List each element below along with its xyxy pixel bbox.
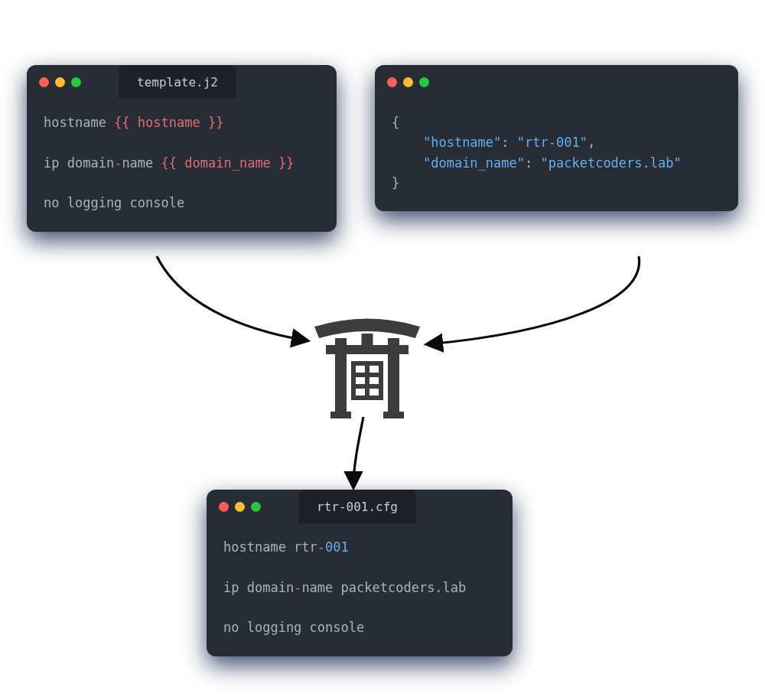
code-text: name packetcoders.lab <box>301 580 466 595</box>
svg-rect-1 <box>362 334 373 347</box>
zoom-icon[interactable] <box>71 77 81 87</box>
titlebar: template.j2 <box>27 65 337 99</box>
minimize-icon[interactable] <box>235 502 245 512</box>
svg-rect-4 <box>330 412 351 418</box>
tab-label: rtr-001.cfg <box>317 500 398 514</box>
code-text: hostname rtr <box>223 539 317 555</box>
json-key: "hostname" <box>423 135 501 150</box>
code-text: no logging console <box>44 195 184 210</box>
window-output: rtr-001.cfg hostname rtr-001 ip domain-n… <box>207 490 513 656</box>
window-template: template.j2 hostname {{ hostname }} ip d… <box>27 65 337 232</box>
code-text: ip domain <box>223 580 294 595</box>
code-number: 001 <box>325 539 349 555</box>
window-data: { "hostname": "rtr-001", "domain_name": … <box>375 65 738 211</box>
code-body-data: { "hostname": "rtr-001", "domain_name": … <box>375 99 738 211</box>
tab-template[interactable]: template.j2 <box>119 65 236 99</box>
code-text: name <box>122 155 161 171</box>
traffic-lights <box>39 77 81 87</box>
json-comma: , <box>588 135 595 150</box>
svg-rect-5 <box>383 412 404 418</box>
minimize-icon[interactable] <box>55 77 65 87</box>
code-text: ip domain <box>44 155 114 171</box>
traffic-lights <box>387 77 429 87</box>
json-brace: } <box>392 175 399 190</box>
code-text: hostname <box>44 115 114 130</box>
code-var: {{ hostname }} <box>114 115 223 130</box>
code-body-template: hostname {{ hostname }} ip domain-name {… <box>27 99 337 232</box>
code-dash: - <box>114 155 122 171</box>
json-colon: : <box>525 155 540 171</box>
close-icon[interactable] <box>219 502 229 512</box>
svg-rect-3 <box>388 338 399 414</box>
minimize-icon[interactable] <box>403 77 413 87</box>
zoom-icon[interactable] <box>251 502 261 512</box>
code-dash: - <box>294 580 301 595</box>
titlebar <box>375 65 738 99</box>
zoom-icon[interactable] <box>419 77 429 87</box>
jinja-torii-icon <box>310 306 425 424</box>
svg-rect-2 <box>335 338 347 414</box>
json-value: "rtr-001" <box>517 135 588 150</box>
traffic-lights <box>219 502 261 512</box>
close-icon[interactable] <box>387 77 397 87</box>
tab-output[interactable]: rtr-001.cfg <box>298 490 416 523</box>
json-colon: : <box>501 135 516 150</box>
code-dash: - <box>317 539 325 555</box>
code-text: no logging console <box>223 620 364 635</box>
json-value: "packetcoders.lab" <box>541 155 682 171</box>
code-var: {{ domain_name }} <box>161 155 295 171</box>
tab-label: template.j2 <box>137 75 218 90</box>
titlebar: rtr-001.cfg <box>207 490 513 523</box>
json-brace: { <box>392 115 399 130</box>
json-key: "domain_name" <box>423 155 525 171</box>
close-icon[interactable] <box>39 77 49 87</box>
code-body-output: hostname rtr-001 ip domain-name packetco… <box>207 523 513 656</box>
diagram-canvas: template.j2 hostname {{ hostname }} ip d… <box>0 0 765 700</box>
